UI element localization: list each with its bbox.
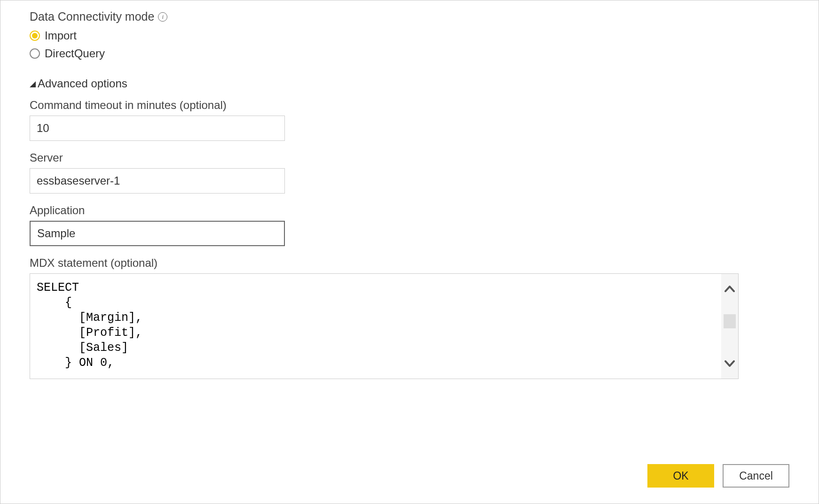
mdx-label: MDX statement (optional) (30, 256, 789, 270)
timeout-label: Command timeout in minutes (optional) (30, 99, 789, 112)
dialog-button-row: OK Cancel (647, 464, 789, 488)
scroll-up-icon[interactable] (724, 285, 735, 293)
scrollbar-track[interactable] (721, 274, 738, 379)
connector-dialog: Data Connectivity mode i Import DirectQu… (0, 0, 819, 504)
scroll-down-icon[interactable] (724, 360, 735, 367)
advanced-options-toggle[interactable]: ◢ Advanced options (30, 77, 789, 90)
import-radio-option[interactable]: Import (30, 29, 789, 42)
expand-triangle-icon: ◢ (30, 79, 36, 89)
connectivity-radio-group: Import DirectQuery (30, 29, 789, 60)
server-input[interactable] (30, 168, 285, 194)
server-label: Server (30, 151, 789, 164)
radio-unselected-icon (30, 48, 40, 59)
radio-selected-icon (30, 31, 40, 41)
info-icon[interactable]: i (158, 12, 167, 22)
advanced-options-label: Advanced options (38, 77, 127, 90)
scroll-thumb[interactable] (724, 314, 736, 328)
connectivity-mode-title: Data Connectivity mode i (30, 10, 789, 23)
directquery-radio-option[interactable]: DirectQuery (30, 47, 789, 60)
import-radio-label: Import (45, 29, 77, 42)
mdx-textarea[interactable] (30, 274, 721, 379)
connectivity-mode-label: Data Connectivity mode (30, 10, 154, 23)
cancel-button[interactable]: Cancel (723, 464, 789, 488)
directquery-radio-label: DirectQuery (45, 47, 105, 60)
timeout-input[interactable] (30, 116, 285, 141)
ok-button[interactable]: OK (647, 464, 714, 488)
mdx-container (30, 273, 739, 379)
application-label: Application (30, 204, 789, 217)
application-input[interactable] (30, 221, 285, 246)
